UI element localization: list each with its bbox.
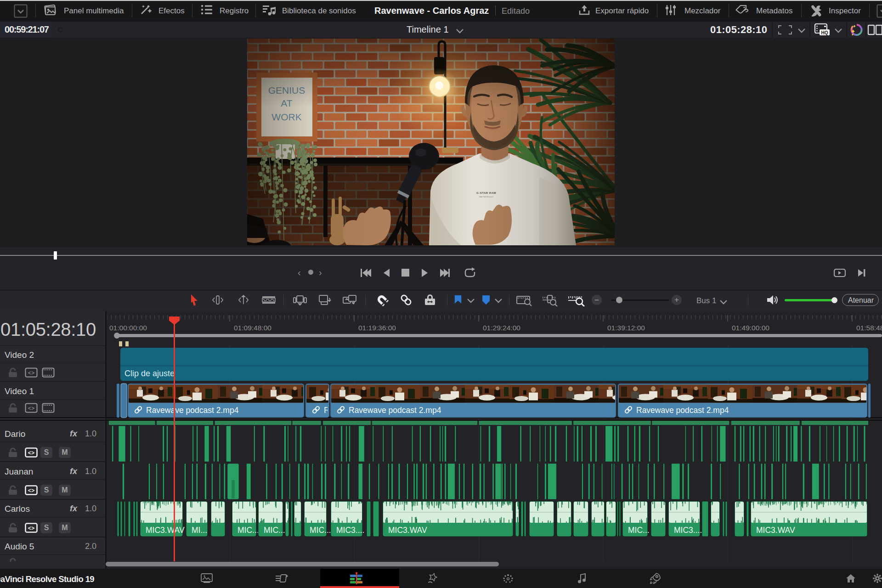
svg-text:MIC...: MIC...	[237, 526, 259, 535]
svg-text:MIC...: MIC...	[264, 526, 285, 535]
svg-text:01:58:48:00: 01:58:48:00	[856, 324, 882, 332]
svg-text:<>: <>	[28, 450, 34, 457]
svg-text:MIC3.WAV: MIC3.WAV	[388, 526, 427, 535]
svg-text:<>: <>	[28, 526, 34, 532]
svg-text:<>: <>	[28, 406, 34, 412]
svg-text:01:09:48:00: 01:09:48:00	[234, 324, 271, 332]
svg-text:Ravewave podcast 2.mp4: Ravewave podcast 2.mp4	[349, 406, 441, 415]
svg-text:MIC3.WAV: MIC3.WAV	[146, 526, 185, 535]
svg-text:MIC...: MIC...	[628, 526, 650, 535]
svg-text:HQ: HQ	[821, 30, 828, 35]
svg-text:MI...: MI...	[192, 526, 207, 535]
svg-text:<>: <>	[28, 488, 34, 494]
svg-text:Ravewave podcast 2.mp4: Ravewave podcast 2.mp4	[636, 406, 729, 415]
svg-text:01:39:12:00: 01:39:12:00	[607, 324, 645, 332]
svg-text:01:00:00:00: 01:00:00:00	[109, 324, 147, 332]
svg-text:MIC3....: MIC3....	[336, 526, 364, 535]
svg-text:01:19:36:00: 01:19:36:00	[358, 324, 396, 332]
svg-text:01:29:24:00: 01:29:24:00	[483, 324, 520, 332]
svg-text:<>: <>	[28, 370, 34, 377]
svg-text:MIC3.WAV: MIC3.WAV	[756, 526, 795, 535]
svg-text:01:49:00:00: 01:49:00:00	[732, 324, 769, 332]
svg-text:MIC...: MIC...	[310, 526, 331, 535]
svg-text:MIC3....: MIC3....	[674, 526, 702, 535]
svg-text:Ravewave podcast 2.mp4: Ravewave podcast 2.mp4	[146, 406, 239, 415]
